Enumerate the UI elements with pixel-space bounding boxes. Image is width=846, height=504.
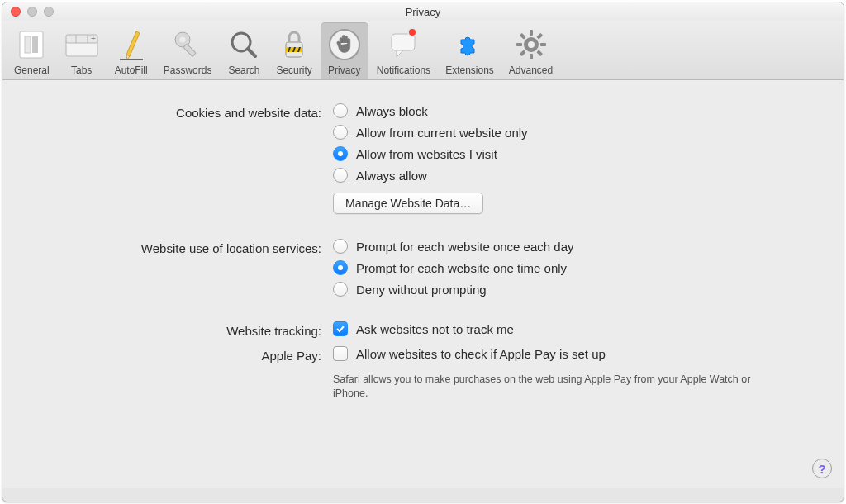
tab-label: Search — [228, 64, 259, 76]
tab-tabs[interactable]: + Tabs — [58, 22, 106, 79]
tab-label: General — [14, 64, 50, 76]
svg-marker-8 — [126, 31, 140, 56]
location-label: Website use of location services: — [36, 239, 333, 255]
svg-rect-1 — [25, 36, 31, 53]
puzzle-icon — [452, 27, 487, 62]
tab-label: Security — [276, 64, 311, 76]
tracking-checkbox-dnt[interactable]: Ask websites not to track me — [333, 321, 810, 336]
option-label: Always block — [356, 104, 428, 118]
tab-security[interactable]: Security — [269, 22, 318, 79]
svg-rect-0 — [20, 31, 43, 58]
radio-icon — [333, 282, 348, 297]
option-label: Prompt for each website once each day — [356, 240, 573, 254]
svg-rect-35 — [519, 33, 525, 40]
radio-icon — [333, 146, 348, 161]
radio-icon — [333, 168, 348, 183]
tab-label: Privacy — [328, 64, 360, 76]
svg-rect-33 — [536, 33, 543, 40]
checkbox-label: Ask websites not to track me — [356, 322, 514, 336]
radio-icon — [333, 103, 348, 118]
pencil-icon — [114, 27, 149, 62]
tab-label: Extensions — [445, 64, 494, 76]
svg-marker-27 — [397, 50, 403, 57]
radio-icon — [333, 239, 348, 254]
svg-rect-36 — [536, 50, 543, 56]
svg-rect-2 — [32, 36, 38, 53]
svg-point-12 — [180, 37, 186, 43]
checkbox-icon — [333, 346, 348, 361]
preferences-toolbar: General + Tabs — [2, 21, 844, 80]
cookies-option-current-only[interactable]: Allow from current website only — [333, 125, 810, 140]
svg-rect-31 — [516, 43, 522, 46]
zoom-window-button[interactable] — [44, 7, 54, 17]
option-label: Prompt for each website one time only — [356, 261, 567, 275]
hand-icon — [327, 27, 362, 62]
key-icon — [170, 27, 205, 62]
privacy-pane: Cookies and website data: Always block A… — [2, 80, 844, 488]
magnifier-icon — [226, 27, 261, 62]
svg-point-37 — [528, 41, 535, 48]
svg-rect-29 — [530, 30, 533, 36]
cookies-option-visited[interactable]: Allow from websites I visit — [333, 146, 810, 161]
switch-icon — [14, 27, 49, 62]
minimize-window-button[interactable] — [27, 7, 37, 17]
tab-autofill[interactable]: AutoFill — [107, 22, 155, 79]
applepay-label: Apple Pay: — [36, 346, 333, 363]
window-title: Privacy — [2, 6, 844, 18]
tab-label: AutoFill — [115, 64, 148, 76]
radio-icon — [333, 260, 348, 275]
applepay-hint: Safari allows you to make purchases on t… — [333, 373, 763, 401]
location-option-each-day[interactable]: Prompt for each website once each day — [333, 239, 810, 254]
preferences-window: Privacy General + — [2, 2, 844, 502]
help-glyph: ? — [818, 462, 825, 476]
applepay-checkbox[interactable]: Allow websites to check if Apple Pay is … — [333, 346, 810, 361]
svg-rect-32 — [540, 43, 546, 46]
tabs-icon: + — [64, 27, 99, 62]
tab-notifications[interactable]: Notifications — [370, 22, 437, 79]
svg-rect-34 — [519, 50, 525, 56]
option-label: Always allow — [356, 169, 427, 183]
tab-passwords[interactable]: Passwords — [157, 22, 219, 79]
window-controls — [2, 7, 54, 17]
svg-line-15 — [248, 49, 255, 56]
speech-bubble-icon — [386, 27, 421, 62]
svg-text:+: + — [91, 34, 96, 43]
option-label: Allow from websites I visit — [356, 147, 497, 161]
tab-extensions[interactable]: Extensions — [439, 22, 501, 79]
titlebar: Privacy — [2, 2, 844, 21]
option-label: Deny without prompting — [356, 283, 487, 297]
tab-label: Notifications — [377, 64, 430, 76]
tab-label: Tabs — [71, 64, 92, 76]
svg-rect-30 — [530, 54, 533, 59]
tab-label: Passwords — [164, 64, 212, 76]
help-button[interactable]: ? — [812, 459, 832, 478]
close-window-button[interactable] — [11, 7, 21, 17]
lock-icon — [277, 27, 311, 62]
manage-website-data-button[interactable]: Manage Website Data… — [333, 193, 483, 214]
gear-icon — [514, 27, 549, 62]
checkbox-label: Allow websites to check if Apple Pay is … — [356, 347, 606, 361]
tracking-label: Website tracking: — [36, 321, 333, 338]
tab-privacy[interactable]: Privacy — [321, 22, 368, 79]
cookies-option-always-allow[interactable]: Always allow — [333, 168, 810, 183]
tab-general[interactable]: General — [7, 22, 56, 79]
cookies-option-always-block[interactable]: Always block — [333, 103, 810, 118]
radio-icon — [333, 125, 348, 140]
tab-search[interactable]: Search — [220, 22, 268, 79]
option-label: Allow from current website only — [356, 126, 528, 140]
tab-label: Advanced — [509, 64, 553, 76]
checkbox-icon — [333, 321, 348, 336]
svg-rect-13 — [183, 44, 197, 57]
tab-advanced[interactable]: Advanced — [502, 22, 559, 79]
cookies-label: Cookies and website data: — [36, 103, 333, 120]
location-option-one-time[interactable]: Prompt for each website one time only — [333, 260, 810, 275]
location-option-deny[interactable]: Deny without prompting — [333, 282, 810, 297]
